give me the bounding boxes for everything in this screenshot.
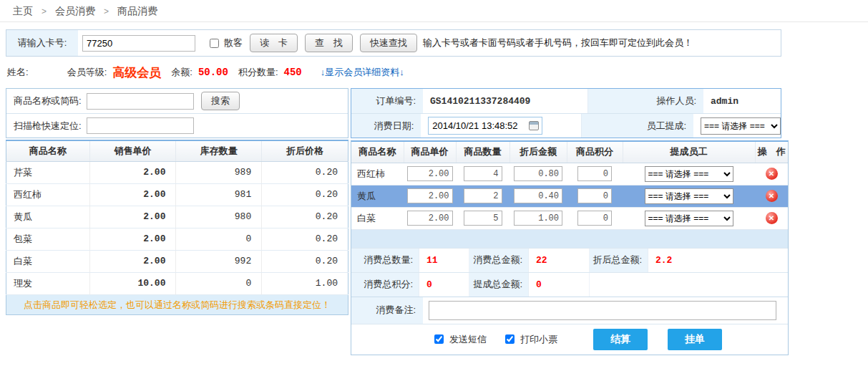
product-row[interactable]: 西红柿 2.00 981 0.20 xyxy=(6,183,348,206)
col-item-price: 商品单价 xyxy=(404,142,456,163)
show-member-detail-link[interactable]: ↓显示会员详细资料↓ xyxy=(321,66,404,79)
stock-qty: 0 xyxy=(176,228,262,250)
item-qty-input[interactable] xyxy=(464,166,502,181)
discount-price: 0.20 xyxy=(262,206,348,228)
sale-price: 10.00 xyxy=(89,272,176,294)
sale-price: 2.00 xyxy=(89,183,176,206)
item-points-input[interactable] xyxy=(577,188,612,203)
product-row[interactable]: 黄瓜 2.00 980 0.20 xyxy=(6,206,348,228)
item-points-input[interactable] xyxy=(577,211,612,226)
item-points-input[interactable] xyxy=(577,166,612,181)
guest-label: 散客 xyxy=(224,37,243,49)
operator-label: 操作人员: xyxy=(587,89,703,113)
operator-value: admin xyxy=(703,96,781,107)
discount-price: 0.20 xyxy=(262,161,348,183)
order-item-row: 白菜 === 请选择 === ✕ xyxy=(351,207,788,229)
item-qty-input[interactable] xyxy=(464,188,502,203)
product-search-input[interactable] xyxy=(87,93,194,110)
col-item-qty: 商品数量 xyxy=(456,142,509,163)
col-discount-price: 折后价格 xyxy=(262,140,348,161)
item-name: 白菜 xyxy=(351,207,404,229)
employee-commission-select[interactable]: === 请选择 === xyxy=(701,117,781,135)
item-amount-input[interactable] xyxy=(514,166,562,181)
item-employee-select[interactable]: === 请选择 === xyxy=(645,211,733,226)
product-hint-note: 点击商品即可轻松选定，也可以通过名称或简码进行搜索或条码直接定位！ xyxy=(6,295,348,315)
breadcrumb-member-consume[interactable]: 会员消费 xyxy=(55,5,95,16)
remark-label: 消费备注: xyxy=(351,297,423,324)
guest-checkbox[interactable] xyxy=(210,39,219,48)
product-name: 黄瓜 xyxy=(6,206,90,228)
sale-price: 2.00 xyxy=(89,206,176,228)
order-no-value: GS1410211337284409 xyxy=(423,96,587,107)
quick-find-button[interactable]: 快速查找 xyxy=(360,34,417,52)
col-sale-price: 销售单价 xyxy=(89,140,176,161)
discount-total-value: 2.2 xyxy=(648,249,788,272)
discount-price: 0.20 xyxy=(262,183,348,206)
discount-price: 0.20 xyxy=(262,250,348,272)
col-item-name: 商品名称 xyxy=(351,142,404,163)
breadcrumb-home[interactable]: 主页 xyxy=(13,5,33,16)
item-price-input[interactable] xyxy=(407,166,453,181)
item-amount-input[interactable] xyxy=(514,188,562,203)
settle-button[interactable]: 结算 xyxy=(593,329,648,350)
discount-price: 0.20 xyxy=(262,228,348,250)
balance-value: 50.00 xyxy=(198,67,228,78)
employee-commission-label: 员工提成: xyxy=(581,114,693,138)
total-points-value: 0 xyxy=(419,273,469,297)
delete-item-icon[interactable]: ✕ xyxy=(766,190,778,202)
total-points-label: 消费总积分: xyxy=(351,273,419,297)
stock-qty: 981 xyxy=(176,183,262,206)
order-panel: 订单编号: GS1410211337284409 操作人员: admin 消费日… xyxy=(351,88,790,355)
hold-order-button[interactable]: 挂单 xyxy=(668,329,722,350)
print-receipt-label: 打印小票 xyxy=(520,333,557,346)
barcode-scan-input[interactable] xyxy=(87,117,194,134)
card-search-bar: 请输入卡号: 散客 读 卡 查 找 快速查找 输入卡号或者卡面号码或者手机号码，… xyxy=(6,29,781,57)
discount-total-label: 折后总金额: xyxy=(590,249,648,272)
item-name: 西红柿 xyxy=(351,163,404,185)
product-name: 西红柿 xyxy=(6,183,90,206)
product-row[interactable]: 理发 10.00 0 1.00 xyxy=(6,272,348,294)
col-stock-qty: 库存数量 xyxy=(176,140,262,161)
card-number-input[interactable] xyxy=(82,35,195,52)
product-row[interactable]: 包菜 2.00 0 0.20 xyxy=(6,228,348,250)
send-sms-checkbox[interactable] xyxy=(434,334,444,344)
order-items-box: 商品名称 商品单价 商品数量 折后金额 商品积分 提成员工 操 作 西红柿 xyxy=(351,140,789,355)
breadcrumb: 主页>会员消费>商品消费 xyxy=(0,0,868,22)
summary-empty-cell xyxy=(590,273,788,297)
delete-item-icon[interactable]: ✕ xyxy=(766,168,778,180)
order-item-row: 西红柿 === 请选择 === ✕ xyxy=(351,163,788,185)
calendar-icon[interactable] xyxy=(529,121,539,130)
consume-date-input[interactable] xyxy=(428,117,542,135)
col-product-name: 商品名称 xyxy=(6,140,90,161)
print-receipt-checkbox[interactable] xyxy=(505,334,515,344)
member-info-bar: 姓名: 会员等级: 高级会员 余额: 50.00 积分数量: 450 ↓显示会员… xyxy=(7,63,868,82)
delete-item-icon[interactable]: ✕ xyxy=(766,212,778,224)
item-amount-input[interactable] xyxy=(514,211,562,226)
summary-row-2: 消费总积分: 0 提成总金额: 0 xyxy=(351,272,788,297)
total-qty-value: 11 xyxy=(419,249,469,272)
total-amount-value: 22 xyxy=(529,249,590,272)
product-search-box: 商品名称或简码: 搜索 扫描枪快速定位: xyxy=(6,88,348,138)
stock-qty: 980 xyxy=(176,206,262,228)
sale-price: 2.00 xyxy=(89,250,176,272)
order-items-header: 商品名称 商品单价 商品数量 折后金额 商品积分 提成员工 操 作 xyxy=(351,142,788,163)
commission-total-label: 提成总金额: xyxy=(469,273,529,297)
item-employee-select[interactable]: === 请选择 === xyxy=(645,166,733,182)
remark-input[interactable] xyxy=(429,301,776,320)
product-row[interactable]: 白菜 2.00 992 0.20 xyxy=(6,250,348,272)
item-employee-select[interactable]: === 请选择 === xyxy=(645,188,733,204)
read-card-button[interactable]: 读 卡 xyxy=(250,34,298,52)
item-price-input[interactable] xyxy=(407,188,453,203)
product-table: 商品名称 销售单价 库存数量 折后价格 芹菜 2.00 989 0.20 西红柿… xyxy=(6,140,348,295)
col-item-points: 商品积分 xyxy=(567,142,623,163)
product-row[interactable]: 芹菜 2.00 989 0.20 xyxy=(6,161,348,183)
member-level-label: 会员等级: xyxy=(67,66,107,79)
points-value: 450 xyxy=(284,67,302,78)
item-price-input[interactable] xyxy=(407,211,453,226)
find-button[interactable]: 查 找 xyxy=(305,34,353,52)
search-button[interactable]: 搜索 xyxy=(201,92,240,110)
item-qty-input[interactable] xyxy=(464,211,502,226)
total-qty-label: 消费总数量: xyxy=(351,249,419,272)
empty-items-area xyxy=(351,230,788,248)
product-name: 白菜 xyxy=(6,250,90,272)
